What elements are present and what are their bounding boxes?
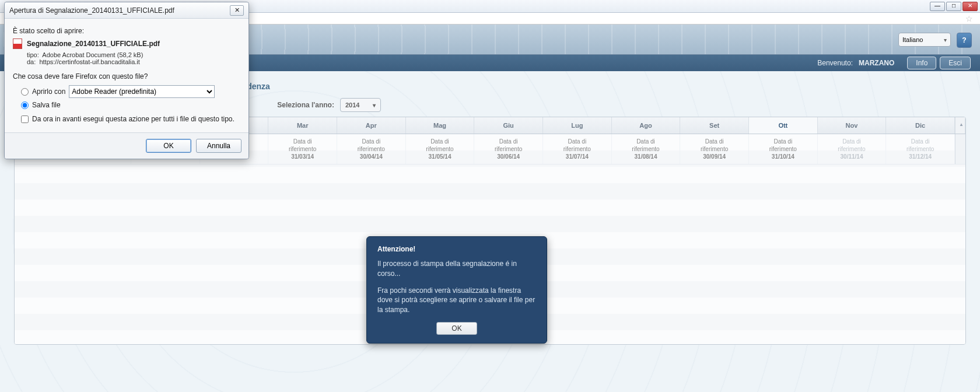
date-cell[interactable]: Data diriferimento31/12/14 xyxy=(886,134,955,164)
download-dialog: Apertura di Segnalazione_20140131_UFFICI… xyxy=(4,2,249,159)
col-month-dic[interactable]: Dic xyxy=(886,117,955,134)
date-cell[interactable]: Data diriferimento30/04/14 xyxy=(337,134,406,164)
window-minimize-button[interactable]: — xyxy=(930,2,945,11)
date-cell[interactable]: Data diriferimento31/05/14 xyxy=(406,134,475,164)
download-question: Che cosa deve fare Firefox con questo fi… xyxy=(13,72,240,80)
attention-text-2: Fra pochi secondi verrà visualizzata la … xyxy=(377,286,536,315)
date-cell[interactable]: Data diriferimento31/10/14 xyxy=(749,134,818,164)
download-filename: Segnalazione_20140131_UFFICIALE.pdf xyxy=(27,40,160,48)
attention-title: Attenzione! xyxy=(377,245,536,253)
window-maximize-button[interactable]: □ xyxy=(946,2,961,11)
col-month-set[interactable]: Set xyxy=(680,117,749,134)
year-label: Seleziona l'anno: xyxy=(277,101,334,109)
pdf-icon xyxy=(13,38,22,49)
col-month-mag[interactable]: Mag xyxy=(406,117,475,134)
bookmark-star-icon[interactable]: ☆ xyxy=(965,14,973,23)
download-dialog-title: Apertura di Segnalazione_20140131_UFFICI… xyxy=(9,6,230,15)
open-with-option[interactable]: Aprirlo con Adobe Reader (predefinita) xyxy=(21,85,240,98)
remember-choice[interactable]: Da ora in avanti esegui questa azione pe… xyxy=(21,115,240,123)
attention-ok-button[interactable]: OK xyxy=(436,322,477,335)
window-close-button[interactable]: ✕ xyxy=(963,2,978,11)
col-month-apr[interactable]: Apr xyxy=(337,117,406,134)
save-file-option[interactable]: Salva file xyxy=(21,101,240,109)
download-tipo: Adobe Acrobat Document (58,2 kB) xyxy=(42,51,143,58)
download-dialog-close-button[interactable]: ✕ xyxy=(230,5,244,16)
open-with-app-select[interactable]: Adobe Reader (predefinita) xyxy=(69,85,215,98)
col-month-nov[interactable]: Nov xyxy=(818,117,887,134)
save-file-radio[interactable] xyxy=(21,102,29,109)
date-cell[interactable]: Data diriferimento31/07/14 xyxy=(543,134,612,164)
col-month-giu[interactable]: Giu xyxy=(474,117,543,134)
date-cell[interactable]: Data diriferimento30/11/14 xyxy=(818,134,887,164)
scrollbar[interactable] xyxy=(955,134,965,164)
col-month-ott[interactable]: Ott xyxy=(749,117,818,134)
col-month-mar[interactable]: Mar xyxy=(268,117,337,134)
info-button[interactable]: Info xyxy=(907,57,936,69)
logout-button[interactable]: Esci xyxy=(940,57,971,69)
year-select[interactable]: 2014 xyxy=(340,98,381,112)
remember-checkbox[interactable] xyxy=(21,116,29,123)
download-intro: È stato scelto di aprire: xyxy=(13,27,240,35)
year-value: 2014 xyxy=(345,102,359,108)
download-source: https://certinfostat-uif.bancaditalia.it xyxy=(39,58,139,65)
help-button[interactable]: ? xyxy=(957,33,972,48)
user-name: MARZANO xyxy=(859,59,894,67)
date-cell[interactable]: Data diriferimento31/08/14 xyxy=(612,134,681,164)
scroll-up-icon[interactable] xyxy=(955,117,965,134)
download-cancel-button[interactable]: Annulla xyxy=(196,139,242,153)
language-value: Italiano xyxy=(902,36,923,43)
download-ok-button[interactable]: OK xyxy=(146,139,191,153)
attention-modal: Attenzione! Il processo di stampa della … xyxy=(366,236,547,344)
date-cell[interactable]: Data diriferimento30/06/14 xyxy=(474,134,543,164)
col-month-ago[interactable]: Ago xyxy=(612,117,681,134)
open-with-radio[interactable] xyxy=(21,88,29,96)
date-cell[interactable]: Data diriferimento31/03/14 xyxy=(268,134,337,164)
language-select[interactable]: Italiano xyxy=(898,33,951,47)
date-cell[interactable]: Data diriferimento30/09/14 xyxy=(680,134,749,164)
attention-text-1: Il processo di stampa della segnalazione… xyxy=(377,259,536,279)
welcome-label: Benvenuto: MARZANO xyxy=(817,59,894,67)
col-month-lug[interactable]: Lug xyxy=(543,117,612,134)
